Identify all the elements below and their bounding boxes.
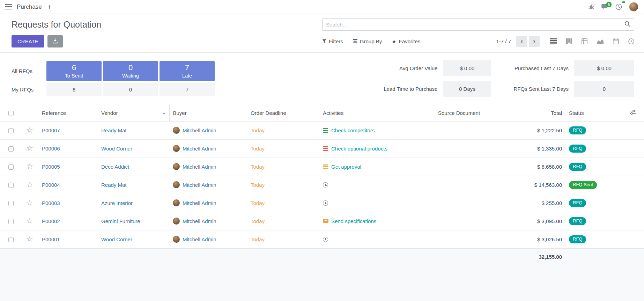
activity-link[interactable]: Check optional products xyxy=(331,146,387,152)
pager-next-button[interactable]: › xyxy=(529,36,540,47)
vendor-link[interactable]: Wood Corner xyxy=(101,146,132,152)
row-checkbox[interactable] xyxy=(8,219,14,224)
view-graph-button[interactable] xyxy=(597,39,604,44)
row-checkbox[interactable] xyxy=(8,146,14,152)
activity-clock-icon[interactable] xyxy=(323,237,328,242)
activity-link[interactable]: Send specifications xyxy=(331,218,376,224)
column-header-source-document[interactable]: Source Document xyxy=(435,105,520,121)
search-input[interactable] xyxy=(326,22,624,28)
search-icon[interactable] xyxy=(624,21,630,28)
tile-late[interactable]: 7 Late xyxy=(160,61,215,81)
buyer-link[interactable]: Mitchell Admin xyxy=(183,164,216,170)
avg-order-value[interactable]: $ 0.00 xyxy=(443,60,491,76)
buyer-link[interactable]: Mitchell Admin xyxy=(183,236,216,242)
column-header-buyer[interactable]: Buyer xyxy=(169,105,247,121)
row-checkbox[interactable] xyxy=(8,237,14,242)
favorites-button[interactable]: ★ Favorites xyxy=(392,38,420,44)
vendor-link[interactable]: Azure Interior xyxy=(101,200,133,206)
favorite-star-icon[interactable]: ☆ xyxy=(26,126,33,134)
reference-link[interactable]: P00002 xyxy=(42,218,60,224)
create-button[interactable]: CREATE xyxy=(12,35,44,47)
row-checkbox[interactable] xyxy=(8,128,14,133)
column-header-total[interactable]: Total xyxy=(520,105,565,121)
column-header-activities[interactable]: Activities xyxy=(319,105,435,121)
column-header-order-deadline[interactable]: Order Deadline xyxy=(247,105,319,121)
tile-to-send[interactable]: 6 To Send xyxy=(46,61,102,81)
buyer-link[interactable]: Mitchell Admin xyxy=(183,146,216,152)
column-header-status[interactable]: Status xyxy=(565,105,618,121)
favorite-star-icon[interactable]: ☆ xyxy=(26,235,33,243)
activity-icon[interactable] xyxy=(323,164,328,169)
messages-icon[interactable]: 5 xyxy=(601,4,608,10)
filters-button[interactable]: Filters xyxy=(322,38,343,44)
apps-menu-icon[interactable] xyxy=(5,4,12,9)
view-list-button[interactable] xyxy=(550,38,557,44)
view-calendar-button[interactable] xyxy=(613,38,619,44)
favorite-star-icon[interactable]: ☆ xyxy=(26,162,33,171)
vendor-link[interactable]: Gemini Furniture xyxy=(101,218,140,224)
table-header-row: Reference Vendor Buyer Order Deadline Ac… xyxy=(0,105,644,121)
reference-link[interactable]: P00004 xyxy=(42,182,60,188)
row-checkbox[interactable] xyxy=(8,183,14,188)
lead-time-value[interactable]: 0 Days xyxy=(443,81,491,97)
view-activity-button[interactable] xyxy=(628,38,634,44)
vendor-link[interactable]: Ready Mat xyxy=(101,182,127,188)
my-late-box[interactable]: 7 xyxy=(160,83,215,96)
buyer-avatar xyxy=(173,199,180,206)
reference-link[interactable]: P00001 xyxy=(42,236,60,242)
pager-previous-button[interactable]: ‹ xyxy=(516,36,527,47)
app-name[interactable]: Purchase xyxy=(17,3,42,10)
activities-clock-icon[interactable] xyxy=(615,3,622,10)
vendor-link[interactable]: Deco Addict xyxy=(101,164,129,170)
tile-waiting[interactable]: 0 Waiting xyxy=(103,61,158,81)
activity-icon[interactable] xyxy=(323,128,328,133)
table-row[interactable]: ☆ P00005 Deco Addict Mitchell Admin Toda… xyxy=(0,157,644,176)
buyer-link[interactable]: Mitchell Admin xyxy=(183,200,216,206)
table-row[interactable]: ☆ P00001 Wood Corner Mitchell Admin Toda… xyxy=(0,230,644,248)
table-row[interactable]: ☆ P00004 Ready Mat Mitchell Admin Today … xyxy=(0,176,644,194)
optional-columns-icon[interactable] xyxy=(630,110,636,116)
table-row[interactable]: ☆ P00007 Ready Mat Mitchell Admin Today … xyxy=(0,121,644,139)
search-bar[interactable] xyxy=(322,19,634,31)
reference-link[interactable]: P00006 xyxy=(42,146,60,152)
favorite-star-icon[interactable]: ☆ xyxy=(26,198,33,207)
rfqs-sent-7-days-value[interactable]: 0 xyxy=(574,81,634,97)
vendor-link[interactable]: Wood Corner xyxy=(101,236,132,242)
select-all-checkbox[interactable] xyxy=(8,111,14,116)
group-by-icon xyxy=(353,38,357,44)
buyer-link[interactable]: Mitchell Admin xyxy=(183,218,216,224)
activity-clock-icon[interactable] xyxy=(323,200,328,205)
view-pivot-button[interactable] xyxy=(582,38,587,44)
buyer-link[interactable]: Mitchell Admin xyxy=(183,182,216,188)
table-row[interactable]: ☆ P00003 Azure Interior Mitchell Admin T… xyxy=(0,194,644,212)
activity-icon[interactable] xyxy=(323,146,328,151)
column-header-vendor[interactable]: Vendor xyxy=(98,105,169,121)
debug-bug-icon[interactable] xyxy=(588,4,594,10)
view-kanban-button[interactable] xyxy=(566,38,572,44)
reference-link[interactable]: P00003 xyxy=(42,200,60,206)
favorite-star-icon[interactable]: ☆ xyxy=(26,144,33,153)
my-waiting-box[interactable]: 0 xyxy=(103,83,158,96)
activity-envelope-icon[interactable] xyxy=(323,219,328,223)
waiting-label: Waiting xyxy=(122,73,139,79)
user-avatar[interactable] xyxy=(629,2,638,12)
table-row[interactable]: ☆ P00006 Wood Corner Mitchell Admin Toda… xyxy=(0,139,644,157)
nav-plus-button[interactable]: + xyxy=(47,3,52,10)
reference-link[interactable]: P00007 xyxy=(42,127,60,133)
favorite-star-icon[interactable]: ☆ xyxy=(26,180,33,189)
activity-clock-icon[interactable] xyxy=(323,182,328,187)
download-button[interactable] xyxy=(47,35,63,47)
buyer-link[interactable]: Mitchell Admin xyxy=(183,127,216,133)
my-to-send-box[interactable]: 6 xyxy=(46,83,102,96)
activity-link[interactable]: Check competitors xyxy=(331,127,375,133)
table-row[interactable]: ☆ P00002 Gemini Furniture Mitchell Admin… xyxy=(0,212,644,230)
reference-link[interactable]: P00005 xyxy=(42,164,60,170)
column-header-reference[interactable]: Reference xyxy=(38,105,98,121)
group-by-button[interactable]: Group By xyxy=(353,38,382,44)
row-checkbox[interactable] xyxy=(8,164,14,170)
vendor-link[interactable]: Ready Mat xyxy=(101,127,127,133)
row-checkbox[interactable] xyxy=(8,201,14,206)
favorite-star-icon[interactable]: ☆ xyxy=(26,216,33,225)
activity-link[interactable]: Get approval xyxy=(331,164,361,170)
purchased-7-days-value[interactable]: $ 0.00 xyxy=(574,60,634,76)
